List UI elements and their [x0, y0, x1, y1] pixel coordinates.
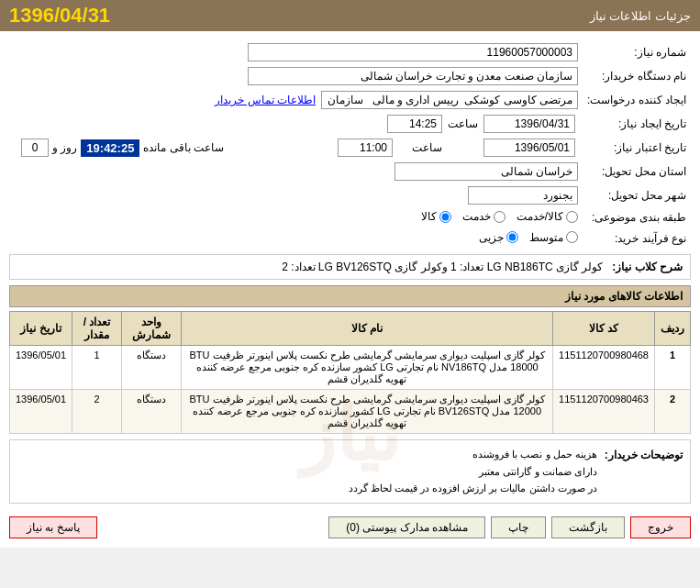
expiry-time-input[interactable] — [338, 139, 393, 157]
table-row: 1 1151120700980468 کولر گازی اسپلیت دیوا… — [10, 346, 691, 390]
need-date-label: تاریخ ایجاد نیاز: — [583, 112, 691, 136]
city-input[interactable] — [468, 186, 578, 205]
col-index: ردیف — [655, 312, 691, 346]
timer-box: ساعت باقی مانده 19:42:25 روز و — [21, 139, 224, 157]
cell-qty: 2 — [72, 390, 122, 434]
expiry-date-label: تاریخ اعتبار نیاز: — [583, 136, 691, 160]
buyer-name-input[interactable] — [248, 67, 578, 85]
category-option-khedmat[interactable]: خدمت — [462, 210, 506, 223]
process-option-jozi[interactable]: جزیی — [479, 231, 518, 244]
need-time-input[interactable] — [387, 115, 442, 133]
cell-unit: دستگاه — [121, 346, 182, 390]
expiry-time-label: ساعت — [395, 139, 445, 157]
col-name: نام کالا — [182, 312, 553, 346]
process-radio-group: متوسط جزیی — [479, 231, 578, 244]
notes-label: توضیحات خریدار: — [605, 446, 683, 497]
cell-name: کولر گازی اسپلیت دیواری سرمایشی گرمایشی … — [182, 346, 553, 390]
province-input[interactable] — [394, 162, 578, 181]
timer-day-label: روز و — [52, 141, 77, 154]
category-option-kala-khedmat[interactable]: کالا/خدمت — [517, 210, 578, 223]
exit-button[interactable]: خروج — [630, 516, 691, 538]
creator-label: ایجاد کننده درخواست: — [583, 88, 691, 112]
klid-section: شرح کلاب نیاز: کولر گازی LG NB186TC تعدا… — [9, 254, 691, 280]
need-time-label: ساعت — [445, 115, 481, 133]
col-qty: تعداد / مقدار — [72, 312, 122, 346]
cell-qty: 1 — [72, 346, 122, 390]
province-label: استان محل تحویل: — [583, 160, 691, 183]
timer-suffix: ساعت باقی مانده — [143, 141, 224, 154]
timer-days-input — [21, 139, 49, 157]
klid-label: شرح کلاب نیاز: — [612, 261, 683, 273]
buyer-contact-link[interactable]: اطلاعات تماس خریدار — [215, 94, 316, 106]
col-code: کد کالا — [553, 312, 655, 346]
cell-date: 1396/05/01 — [10, 346, 72, 390]
print-button[interactable]: چاپ — [491, 516, 546, 538]
need-number-label: شماره نیاز: — [583, 40, 691, 64]
note-line: در صورت داشتن مالیات بر ارزش افزوده در ق… — [349, 480, 597, 497]
header-title: جزئیات اطلاعات نیاز — [590, 9, 691, 23]
need-number-input[interactable] — [248, 43, 578, 61]
cell-code: 1151120700980463 — [553, 390, 655, 434]
creator-input[interactable] — [321, 91, 578, 109]
cell-code: 1151120700980468 — [553, 346, 655, 390]
cell-index: 1 — [655, 346, 691, 390]
notes-box: توضیحات خریدار: هزینه حمل و نصب با فروشن… — [9, 439, 691, 504]
col-unit: واحد شمارش — [121, 312, 182, 346]
view-docs-button[interactable]: مشاهده مدارک پیوستی (0) — [328, 516, 485, 538]
answer-button[interactable]: پاسخ به نیاز — [9, 516, 97, 538]
back-button[interactable]: بازگشت — [551, 516, 625, 538]
category-radio-group: کالا/خدمت خدمت کالا — [421, 210, 578, 223]
expiry-date-input[interactable] — [483, 139, 575, 157]
cell-unit: دستگاه — [121, 390, 182, 434]
timer-display: 19:42:25 — [81, 139, 139, 157]
table-row: 2 1151120700980463 کولر گازی اسپلیت دیوا… — [10, 390, 691, 434]
cell-index: 2 — [655, 390, 691, 434]
note-line: هزینه حمل و نصب با فروشنده — [349, 446, 597, 463]
notes-content: هزینه حمل و نصب با فروشندهدارای ضمانت و … — [349, 446, 597, 497]
header-bar: جزئیات اطلاعات نیاز 1396/04/31 — [0, 0, 700, 31]
cell-date: 1396/05/01 — [10, 390, 72, 434]
button-bar: خروج بازگشت چاپ مشاهده مدارک پیوستی (0) … — [9, 511, 691, 538]
category-label: طبقه بندی موضوعی: — [583, 207, 691, 228]
klid-text: کولر گازی LG NB186TC تعداد: 1 وکولر گازی… — [282, 261, 603, 273]
note-line: دارای ضمانت و گارانتی معتبر — [349, 463, 597, 481]
need-date-input[interactable] — [483, 115, 575, 133]
category-option-kala[interactable]: کالا — [421, 210, 451, 223]
cell-name: کولر گازی اسپلیت دیواری سرمایشی گرمایشی … — [182, 390, 553, 434]
col-date: تاریخ نیاز — [10, 312, 72, 346]
products-table: ردیف کد کالا نام کالا واحد شمارش تعداد /… — [9, 311, 691, 434]
process-label: نوع فرآیند خرید: — [583, 228, 691, 250]
left-buttons: خروج بازگشت چاپ مشاهده مدارک پیوستی (0) — [328, 516, 691, 538]
process-option-motavaset[interactable]: متوسط — [529, 231, 578, 244]
buyer-name-label: نام دستگاه خریدار: — [583, 64, 691, 88]
city-label: شهر محل تحویل: — [583, 183, 691, 207]
products-section-title: اطلاعات کالاهای مورد نیاز — [9, 285, 691, 307]
header-date: 1396/04/31 — [9, 4, 110, 28]
